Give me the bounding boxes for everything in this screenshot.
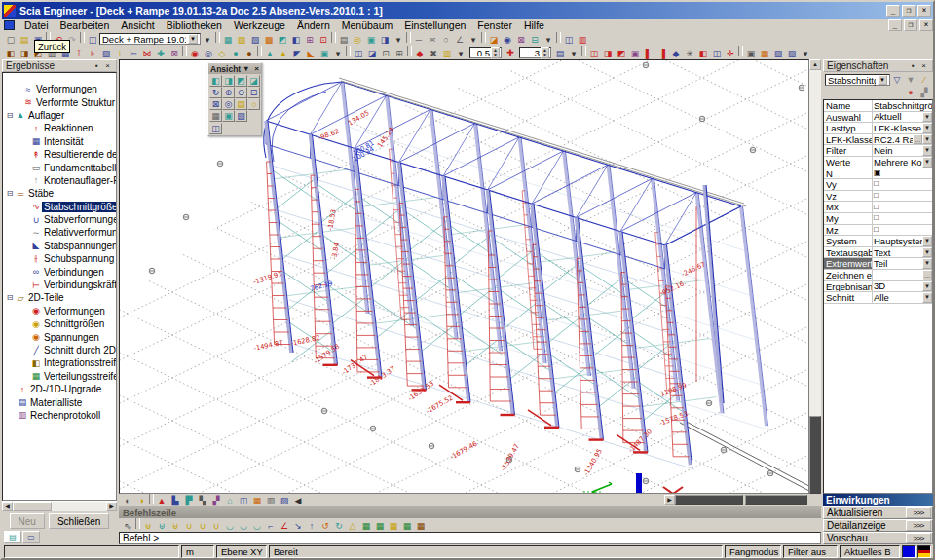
properties-tool-icon[interactable]: ▼: [904, 74, 917, 87]
toolbar-icon[interactable]: ◎: [202, 48, 215, 60]
command-icon[interactable]: ⇖: [121, 520, 134, 533]
toolbar-icon[interactable]: ⊞: [303, 34, 317, 47]
tree-item[interactable]: ◉ Schnittgrößen: [3, 317, 116, 330]
toolbar-icon[interactable]: ▩: [262, 34, 276, 47]
toolbar-icon[interactable]: ▨: [785, 48, 799, 60]
view-tool-icon[interactable]: ⊖: [235, 87, 247, 98]
tree-item[interactable]: ↑ Knotenauflager-Resultierend: [3, 174, 116, 187]
checkbox-icon[interactable]: □: [874, 213, 879, 223]
hscroll-thumb[interactable]: [745, 495, 807, 505]
tree-item[interactable]: ≈ Verformungen: [3, 83, 116, 95]
view-tool-icon[interactable]: ▣: [222, 110, 235, 122]
command-icon[interactable]: ▦: [414, 520, 428, 533]
property-row[interactable]: Name Stabschnittgrößen: [824, 100, 932, 112]
view-tool-icon[interactable]: ☼: [247, 98, 260, 110]
view-tool-icon[interactable]: ▦: [209, 110, 222, 122]
view-tool-icon[interactable]: ⊕: [222, 87, 235, 98]
view-tool-icon[interactable]: ◪: [247, 75, 260, 87]
view-tool-icon[interactable]: ▧: [235, 110, 247, 122]
property-row[interactable]: Filter Nein ▼: [824, 145, 932, 157]
toolbar-icon[interactable]: ◤: [290, 48, 304, 60]
restore-button[interactable]: ❐: [902, 5, 916, 17]
toolbar-icon[interactable]: ▤: [18, 34, 31, 47]
tree-item[interactable]: ⊟ ▱ 2D-Teile: [3, 291, 116, 304]
toolbar-icon[interactable]: ▲: [263, 48, 277, 60]
menu-item[interactable]: Fenster: [471, 19, 518, 31]
mdi-restore-button[interactable]: ❐: [904, 19, 917, 31]
menu-item[interactable]: Hilfe: [518, 19, 550, 31]
property-row[interactable]: Textausgabe Text ▼: [824, 247, 932, 259]
toolbar-icon[interactable]: [257, 46, 262, 56]
toolbar-icon[interactable]: ▦: [221, 34, 235, 47]
dropdown-button[interactable]: ▼: [922, 281, 932, 292]
tree-item[interactable]: ◧ Integrationsstreifen: [3, 356, 116, 369]
property-row[interactable]: Vy □: [824, 179, 932, 191]
dropdown-button[interactable]: ▼: [922, 157, 932, 168]
toolbar-icon[interactable]: ◫: [86, 34, 99, 47]
toolbar-icon[interactable]: ◫: [562, 34, 576, 47]
view-tool-icon[interactable]: ◎: [222, 98, 235, 110]
tree-item[interactable]: ≋ Verformte Struktur: [3, 95, 116, 108]
property-row[interactable]: Ergebnisanz.. 3D ▼: [824, 281, 932, 293]
toolbar-icon[interactable]: [80, 32, 85, 43]
toolbar-icon[interactable]: ▣: [628, 48, 642, 60]
toolbar-icon[interactable]: ⊟: [528, 34, 542, 47]
toolbar-icon[interactable]: ✖: [427, 48, 440, 60]
view-tool-icon[interactable]: ⊠: [209, 98, 222, 110]
menu-item[interactable]: Bearbeiten: [55, 19, 116, 31]
close-panel-button[interactable]: Schließen: [49, 513, 109, 529]
toolbar-icon[interactable]: ◇: [215, 48, 229, 60]
tree-expander-icon[interactable]: ⊟: [5, 189, 15, 198]
menu-item[interactable]: Einstellungen: [398, 19, 471, 31]
tree-item[interactable]: ▤ Materialliste: [3, 395, 116, 408]
toolbar-icon[interactable]: ▾: [454, 48, 468, 60]
tree-item[interactable]: ▭ Fundamenttabelle: [3, 161, 116, 173]
command-icon[interactable]: [135, 518, 140, 529]
toolbar-icon[interactable]: [346, 46, 351, 56]
close-button[interactable]: ×: [917, 5, 931, 17]
pin-icon[interactable]: ▪: [908, 61, 918, 70]
tree-item[interactable]: ⊟ ▲ Auflager: [3, 109, 116, 122]
command-icon[interactable]: ▦: [373, 520, 387, 533]
action-button[interactable]: >>>: [906, 507, 931, 518]
toolbar-icon[interactable]: ◆: [669, 48, 683, 60]
toolbar-icon[interactable]: ▲: [277, 48, 290, 60]
command-icon[interactable]: ↑: [305, 520, 318, 533]
toolbar-icon[interactable]: [481, 32, 486, 43]
property-row[interactable]: Mx □: [824, 202, 932, 213]
toolbar-icon[interactable]: [738, 46, 743, 56]
toolbar-icon[interactable]: ▤: [337, 34, 351, 47]
pin-icon[interactable]: ▪: [92, 61, 102, 70]
property-row[interactable]: N ▣: [824, 168, 932, 180]
dropdown-button[interactable]: ▼: [922, 123, 932, 133]
checkbox-icon[interactable]: □: [874, 225, 879, 235]
toolbar-icon[interactable]: ▦: [758, 48, 771, 60]
dropdown-button[interactable]: ▼: [922, 258, 932, 269]
command-icon[interactable]: ▦: [359, 520, 373, 533]
command-icon[interactable]: ⊎: [168, 520, 182, 533]
properties-tool-icon[interactable]: ∕: [917, 74, 931, 87]
mdi-minimize-button[interactable]: _: [888, 19, 902, 31]
status-current-layer[interactable]: Aktuelles B: [840, 545, 900, 558]
property-row[interactable]: My □: [824, 213, 932, 225]
toolbar-icon[interactable]: ─: [412, 34, 426, 47]
chevron-down-icon[interactable]: ▼: [188, 34, 198, 44]
toolbar-icon[interactable]: ▧: [235, 34, 248, 47]
dropdown-button[interactable]: ▼: [922, 145, 932, 156]
checkbox-icon[interactable]: □: [874, 191, 879, 201]
toolbar-icon[interactable]: ◧: [4, 48, 18, 60]
tree-item[interactable]: ⫲ Schubspannung: [3, 252, 116, 265]
command-icon[interactable]: ◡: [223, 520, 237, 533]
toolbar-icon[interactable]: ◉: [501, 34, 514, 47]
minimize-button[interactable]: _: [886, 5, 900, 17]
checkbox-icon[interactable]: ▣: [874, 168, 881, 178]
toolbar-icon[interactable]: ⊺: [72, 48, 86, 60]
toolbar-icon[interactable]: ▥: [440, 48, 454, 60]
command-icon[interactable]: ⊎: [141, 520, 155, 533]
toolbar-icon[interactable]: ⊠: [514, 34, 528, 47]
toolbar-icon[interactable]: ▾: [799, 48, 812, 60]
action-button[interactable]: >>>: [906, 520, 931, 531]
toolbar-icon[interactable]: [149, 493, 154, 504]
results-horizontal-scrollbar[interactable]: ◀ ▶: [2, 501, 117, 511]
ellipsis-button[interactable]: …: [913, 134, 922, 145]
